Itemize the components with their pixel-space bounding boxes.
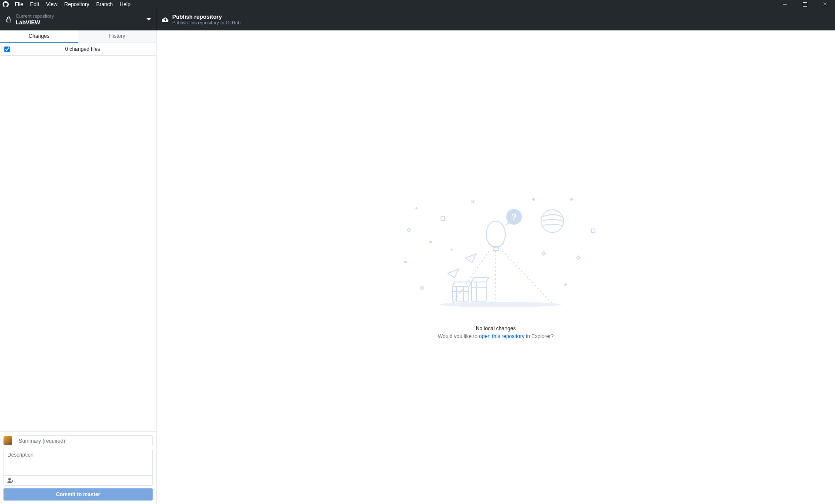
current-repo-dropdown[interactable]: Current repository LabVIEW xyxy=(0,9,157,30)
repo-text: Current repository LabVIEW xyxy=(16,13,54,26)
empty-subtitle: Would you like to open this repository i… xyxy=(438,333,554,339)
commit-form: Commit to master xyxy=(0,431,156,504)
menu-repository[interactable]: Repository xyxy=(61,0,93,9)
close-button[interactable] xyxy=(815,0,835,9)
open-repository-link[interactable]: open this repository xyxy=(479,333,524,339)
svg-text:?: ? xyxy=(511,212,517,222)
tab-history[interactable]: History xyxy=(78,30,157,43)
menu-view[interactable]: View xyxy=(43,0,61,9)
empty-illustration: ? xyxy=(387,195,605,317)
svg-rect-7 xyxy=(471,282,486,301)
cloud-upload-icon xyxy=(162,16,169,23)
changes-header: 0 changed files xyxy=(0,43,156,56)
svg-rect-6 xyxy=(452,286,469,301)
commit-description-input[interactable] xyxy=(4,449,152,475)
empty-sub-prefix: Would you like to xyxy=(438,333,479,339)
changes-list xyxy=(0,56,156,431)
svg-point-12 xyxy=(430,241,431,243)
github-logo-icon xyxy=(0,1,11,7)
svg-point-14 xyxy=(571,199,572,200)
avatar xyxy=(3,436,12,445)
commit-summary-input[interactable] xyxy=(15,435,153,446)
window-controls xyxy=(775,0,835,9)
repo-name: LabVIEW xyxy=(16,19,54,26)
publish-sub: Publish this repository to GitHub xyxy=(172,20,240,26)
menu-branch[interactable]: Branch xyxy=(93,0,116,9)
changed-files-count: 0 changed files xyxy=(13,46,152,52)
svg-point-2 xyxy=(486,221,505,247)
main: Changes History 0 changed files C xyxy=(0,30,835,504)
chevron-down-icon xyxy=(147,18,151,21)
select-all-checkbox[interactable] xyxy=(4,46,10,52)
commit-button[interactable]: Commit to master xyxy=(3,488,153,501)
menu-edit[interactable]: Edit xyxy=(27,0,43,9)
repo-label: Current repository xyxy=(16,13,54,19)
commit-button-branch: master xyxy=(83,491,100,497)
lock-icon xyxy=(5,16,12,23)
svg-rect-9 xyxy=(441,217,444,220)
svg-point-13 xyxy=(533,199,534,200)
minimize-button[interactable] xyxy=(775,0,795,9)
publish-repository-button[interactable]: Publish repository Publish this reposito… xyxy=(157,9,246,30)
empty-title: No local changes xyxy=(438,325,554,332)
titlebar: File Edit View Repository Branch Help xyxy=(0,0,835,9)
svg-point-1 xyxy=(541,210,564,232)
empty-state-text: No local changes Would you like to open … xyxy=(438,325,554,339)
tab-changes[interactable]: Changes xyxy=(0,30,78,43)
toolbar: Current repository LabVIEW Publish repos… xyxy=(0,9,835,30)
menu-help[interactable]: Help xyxy=(116,0,134,9)
content: ? xyxy=(157,30,835,504)
svg-point-11 xyxy=(404,261,406,263)
menu-file[interactable]: File xyxy=(11,0,27,9)
svg-rect-0 xyxy=(803,3,807,7)
titlebar-left: File Edit View Repository Branch Help xyxy=(0,0,134,9)
add-coauthor-icon[interactable] xyxy=(7,477,14,484)
publish-title: Publish repository xyxy=(172,13,240,20)
commit-button-prefix: Commit to xyxy=(56,491,82,497)
maximize-button[interactable] xyxy=(795,0,815,9)
sidebar: Changes History 0 changed files C xyxy=(0,30,157,504)
description-toolbar xyxy=(4,475,152,485)
empty-sub-suffix: in Explorer? xyxy=(524,333,554,339)
svg-point-8 xyxy=(439,302,561,307)
description-wrap xyxy=(3,449,153,486)
svg-rect-10 xyxy=(591,229,595,232)
publish-text: Publish repository Publish this reposito… xyxy=(172,13,240,26)
tabs: Changes History xyxy=(0,30,156,43)
